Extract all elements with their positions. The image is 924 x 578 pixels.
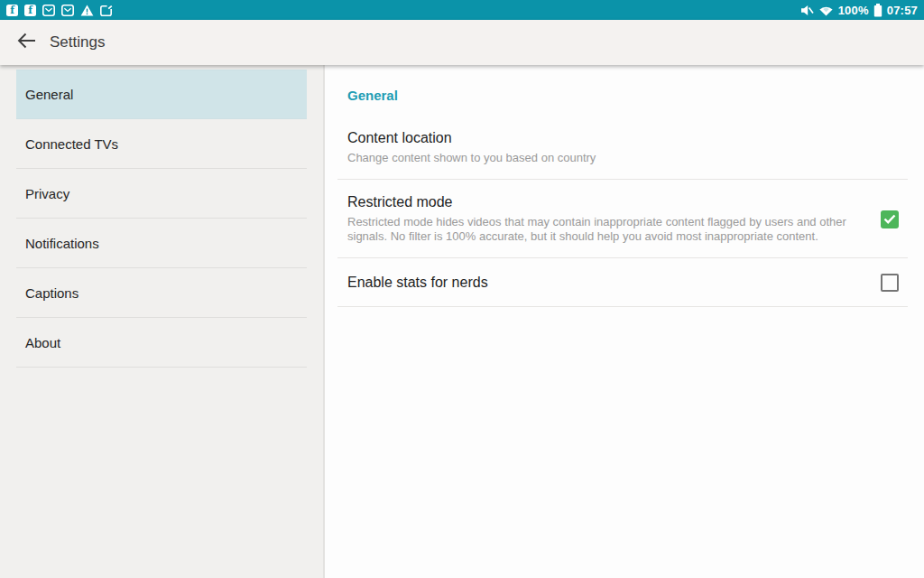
- content-location-row[interactable]: Content location Change content shown to…: [337, 112, 908, 180]
- battery-full-icon: [873, 4, 882, 17]
- sidebar-item-captions[interactable]: Captions: [16, 268, 307, 318]
- sidebar-item-about[interactable]: About: [16, 318, 307, 368]
- restricted-mode-row[interactable]: Restricted mode Restricted mode hides vi…: [337, 180, 908, 258]
- settings-sidebar: General Connected TVs Privacy Notificati…: [0, 65, 325, 578]
- section-heading: General: [347, 88, 908, 103]
- sidebar-item-label: Connected TVs: [25, 136, 118, 152]
- row-title: Restricted mode: [347, 194, 857, 210]
- system-status-icons: 100% 07:57: [800, 4, 918, 17]
- wifi-icon: [818, 5, 834, 16]
- back-button[interactable]: [14, 31, 38, 54]
- page-title: Settings: [50, 33, 105, 51]
- restricted-mode-checkbox[interactable]: [881, 210, 899, 228]
- warning-icon: [80, 5, 94, 16]
- facebook-icon: f: [6, 5, 18, 16]
- battery-percent-label: 100%: [838, 4, 869, 17]
- sidebar-item-privacy[interactable]: Privacy: [16, 169, 307, 219]
- sidebar-item-label: General: [25, 87, 73, 102]
- settings-main-panel: General Content location Change content …: [325, 65, 924, 578]
- sidebar-item-label: Captions: [25, 285, 79, 301]
- sidebar-item-connected-tvs[interactable]: Connected TVs: [16, 119, 307, 169]
- stats-for-nerds-row[interactable]: Enable stats for nerds: [337, 258, 908, 307]
- app-header: Settings: [0, 20, 924, 65]
- sidebar-item-notifications[interactable]: Notifications: [16, 219, 307, 268]
- sidebar-item-label: About: [25, 335, 60, 350]
- sidebar-item-label: Privacy: [25, 186, 69, 201]
- stats-for-nerds-checkbox[interactable]: [881, 274, 899, 292]
- facebook-icon: f: [24, 5, 36, 16]
- clock-label: 07:57: [887, 4, 918, 17]
- content-area: General Connected TVs Privacy Notificati…: [0, 65, 924, 578]
- email-icon: [61, 5, 74, 16]
- row-title: Enable stats for nerds: [347, 275, 488, 291]
- checkmark-icon: [883, 214, 896, 224]
- note-edit-icon: [100, 5, 113, 16]
- sidebar-item-general[interactable]: General: [16, 70, 307, 119]
- row-subtitle: Change content shown to you based on cou…: [347, 151, 596, 165]
- email-icon: [42, 5, 55, 16]
- arrow-left-icon: [17, 33, 36, 52]
- row-title: Content location: [347, 130, 596, 146]
- muted-speaker-icon: [800, 5, 814, 16]
- notification-icons: f f: [6, 5, 113, 16]
- status-bar: f f 100% 07:57: [0, 0, 924, 20]
- sidebar-item-label: Notifications: [25, 236, 99, 251]
- row-subtitle: Restricted mode hides videos that may co…: [347, 215, 857, 244]
